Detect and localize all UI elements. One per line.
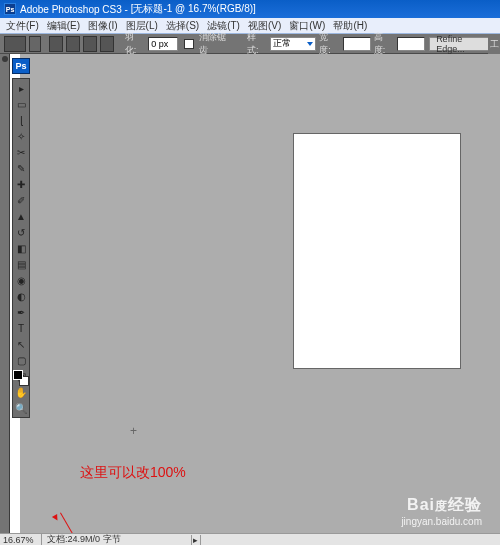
healing-tool-icon[interactable]: ✚ xyxy=(13,176,29,192)
right-panel-tab[interactable]: 工 xyxy=(488,34,500,54)
height-label: 高度: xyxy=(374,31,394,57)
eraser-tool-icon[interactable]: ◧ xyxy=(13,240,29,256)
zoom-level-input[interactable]: 16.67% xyxy=(0,534,42,545)
pen-tool-icon[interactable]: ✒ xyxy=(13,304,29,320)
antialias-label: 消除锯齿 xyxy=(199,31,235,57)
statusbar: 16.67% 文档:24.9M/0 字节 ▸ xyxy=(0,533,500,545)
crop-tool-icon[interactable]: ✂ xyxy=(13,144,29,160)
lasso-tool-icon[interactable]: ɭ xyxy=(13,112,29,128)
titlebar: Ps Adobe Photoshop CS3 - [无标题-1 @ 16.7%(… xyxy=(0,0,500,18)
selmode-add-icon[interactable] xyxy=(66,36,80,52)
dock-grip-icon[interactable] xyxy=(2,56,8,62)
hand-tool-icon[interactable]: ✋ xyxy=(13,384,29,400)
width-input[interactable] xyxy=(343,37,371,51)
canvas[interactable] xyxy=(294,134,460,368)
height-input[interactable] xyxy=(397,37,425,51)
wand-tool-icon[interactable]: ✧ xyxy=(13,128,29,144)
toolbox-rail xyxy=(0,54,10,533)
antialias-checkbox[interactable] xyxy=(184,39,194,49)
selmode-intersect-icon[interactable] xyxy=(100,36,114,52)
path-tool-icon[interactable]: ↖ xyxy=(13,336,29,352)
workarea: + 这里可以改100% xyxy=(0,54,500,533)
watermark-url: jingyan.baidu.com xyxy=(401,516,482,527)
shape-tool-icon[interactable]: ▢ xyxy=(13,352,29,368)
width-label: 宽度: xyxy=(319,31,339,57)
menu-image[interactable]: 图像(I) xyxy=(88,19,117,33)
history-brush-tool-icon[interactable]: ↺ xyxy=(13,224,29,240)
status-menu-icon[interactable]: ▸ xyxy=(191,535,201,545)
type-tool-icon[interactable]: T xyxy=(13,320,29,336)
style-select[interactable]: 正常 xyxy=(270,37,316,51)
annotation-arrow-head-icon xyxy=(52,514,60,522)
gradient-tool-icon[interactable]: ▤ xyxy=(13,256,29,272)
menu-edit[interactable]: 编辑(E) xyxy=(47,19,80,33)
app-name: Adobe Photoshop CS3 xyxy=(20,4,122,15)
blur-tool-icon[interactable]: ◉ xyxy=(13,272,29,288)
eyedropper-tool-icon[interactable]: ✎ xyxy=(13,160,29,176)
doc-title: [无标题-1 @ 16.7%(RGB/8)] xyxy=(131,2,256,16)
selmode-sub-icon[interactable] xyxy=(83,36,97,52)
move-tool-icon[interactable]: ▸ xyxy=(13,80,29,96)
toolbox: ▸ ▭ ɭ ✧ ✂ ✎ ✚ ✐ ▲ ↺ ◧ ▤ ◉ ◐ ✒ T ↖ ▢ ▣ ✋ … xyxy=(12,78,30,418)
app-icon: Ps xyxy=(4,3,16,15)
document-area[interactable]: + 这里可以改100% xyxy=(20,54,500,533)
annotation-text: 这里可以改100% xyxy=(80,464,186,482)
menu-select[interactable]: 选择(S) xyxy=(166,19,199,33)
feather-input[interactable] xyxy=(148,37,178,51)
selmode-new-icon[interactable] xyxy=(49,36,63,52)
stamp-tool-icon[interactable]: ▲ xyxy=(13,208,29,224)
optionbar: 羽化: 消除锯齿 样式: 正常 宽度: 高度: Refine Edge... xyxy=(0,34,500,54)
doc-info-label: 文档:24.9M/0 字节 xyxy=(42,533,121,545)
cursor-crosshair-icon: + xyxy=(130,424,137,438)
marquee-tool-icon[interactable]: ▭ xyxy=(13,96,29,112)
preset-dropdown-icon[interactable] xyxy=(29,36,41,52)
feather-label: 羽化: xyxy=(125,31,145,57)
zoom-tool-icon[interactable]: 🔍 xyxy=(13,400,29,416)
style-label: 样式: xyxy=(247,31,267,57)
menu-file[interactable]: 文件(F) xyxy=(6,19,39,33)
dodge-tool-icon[interactable]: ◐ xyxy=(13,288,29,304)
brush-tool-icon[interactable]: ✐ xyxy=(13,192,29,208)
marquee-preset-icon[interactable] xyxy=(4,36,26,52)
ps-badge-icon: Ps xyxy=(12,58,30,74)
watermark: Bai度Baidu经验经验 jingyan.baidu.com xyxy=(401,495,482,527)
fg-swatch[interactable] xyxy=(13,370,23,380)
